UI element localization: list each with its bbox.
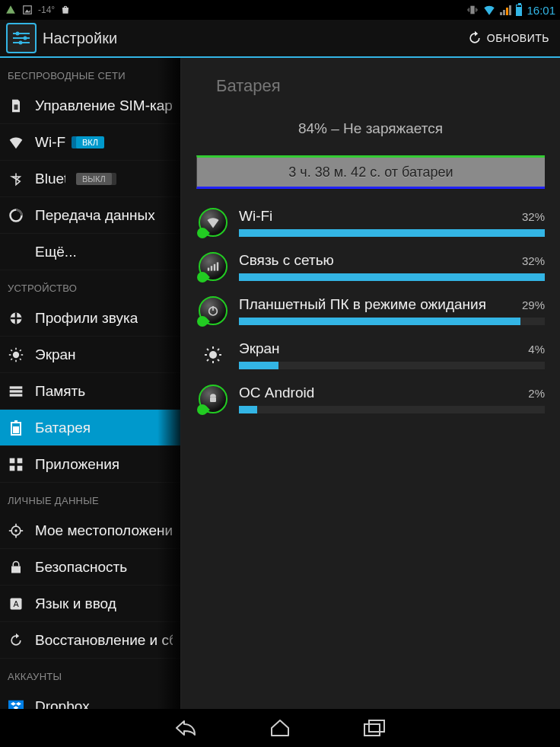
svg-rect-38 <box>11 566 21 573</box>
usage-percent: 2% <box>528 387 545 400</box>
svg-point-33 <box>14 529 17 532</box>
svg-rect-10 <box>14 104 18 110</box>
sidebar-item-wifi[interactable]: Wi-Fi ВКЛ <box>0 124 180 161</box>
display-icon <box>8 346 24 363</box>
chart-caption: 3 ч. 38 м. 42 с. от батареи <box>288 164 453 180</box>
svg-rect-61 <box>369 720 384 732</box>
home-button[interactable] <box>267 717 293 739</box>
app-notif-icon <box>5 4 17 16</box>
storage-icon <box>8 383 24 400</box>
usage-bar <box>239 406 545 413</box>
cell-ring-icon <box>198 251 228 282</box>
usage-bar <box>239 273 545 281</box>
settings-sidebar: БЕСПРОВОДНЫЕ СЕТИ Управление SIM-картами… <box>0 58 181 709</box>
system-nav-bar <box>0 709 560 747</box>
wifi-status-icon <box>483 4 495 16</box>
sidebar-section-wireless: БЕСПРОВОДНЫЕ СЕТИ <box>0 58 180 88</box>
svg-rect-1 <box>24 6 32 14</box>
sidebar-item-dropbox[interactable]: Dropbox <box>0 688 180 709</box>
sidebar-item-apps[interactable]: Приложения <box>0 446 180 483</box>
power-ring-icon <box>198 295 228 326</box>
svg-rect-29 <box>18 458 23 463</box>
svg-line-20 <box>11 359 12 360</box>
sidebar-item-label: Профили звука <box>35 310 138 327</box>
svg-point-13 <box>13 351 19 357</box>
sidebar-item-data-usage[interactable]: Передача данных <box>0 197 180 234</box>
sidebar-item-more[interactable]: Ещё... <box>0 234 180 270</box>
usage-bar <box>239 229 545 237</box>
sidebar-section-personal: ЛИЧНЫЕ ДАННЫЕ <box>0 483 180 512</box>
sidebar-section-accounts: АККАУНТЫ <box>0 659 180 688</box>
sidebar-item-location[interactable]: Мое местоположение <box>0 512 180 549</box>
sidebar-item-storage[interactable]: Память <box>0 373 180 410</box>
usage-bar-fill <box>239 273 545 281</box>
battery-history-chart[interactable]: 3 ч. 38 м. 42 с. от батареи <box>196 155 545 189</box>
usage-row[interactable]: Экран 4% <box>198 334 545 373</box>
settings-app-icon[interactable] <box>6 23 37 53</box>
usage-row[interactable]: Wi-Fi 32% <box>198 201 545 241</box>
battery-summary: 84% – Не заряжается <box>181 114 560 155</box>
battery-panel: Батарея 84% – Не заряжается 3 ч. 38 м. 4… <box>181 58 560 709</box>
wifi-toggle[interactable]: ВКЛ <box>76 136 104 148</box>
refresh-label: ОБНОВИТЬ <box>487 32 549 44</box>
action-bar-title: Настройки <box>43 30 117 47</box>
svg-line-21 <box>20 350 21 351</box>
shop-notif-icon <box>59 4 72 16</box>
action-bar: Настройки ОБНОВИТЬ <box>0 20 560 58</box>
usage-row[interactable]: ОС Android 2% <box>198 378 545 417</box>
usage-percent: 32% <box>522 254 545 267</box>
apps-icon <box>8 456 24 473</box>
sidebar-item-backup[interactable]: Восстановление и сброс <box>0 622 180 659</box>
svg-rect-57 <box>210 397 216 402</box>
sidebar-item-label: Dropbox <box>35 698 90 710</box>
sidebar-item-sim[interactable]: Управление SIM-картами <box>0 88 180 124</box>
back-button[interactable] <box>173 717 199 739</box>
usage-bar-fill <box>239 362 278 369</box>
sidebar-item-language[interactable]: A Язык и ввод <box>0 586 180 622</box>
sidebar-item-sound[interactable]: Профили звука <box>0 300 180 337</box>
refresh-button[interactable]: ОБНОВИТЬ <box>457 20 560 56</box>
svg-rect-28 <box>10 458 15 463</box>
svg-line-19 <box>20 359 21 360</box>
sidebar-item-battery[interactable]: Батарея <box>0 410 180 446</box>
usage-bar-fill <box>239 406 257 413</box>
svg-marker-2 <box>25 9 30 12</box>
usage-percent: 29% <box>522 298 545 311</box>
dropbox-icon <box>8 698 24 710</box>
brightness-icon <box>198 340 228 370</box>
sidebar-item-label: Мое местоположение <box>35 522 173 539</box>
sidebar-item-label: Язык и ввод <box>35 595 116 612</box>
data-usage-icon <box>8 207 24 224</box>
svg-rect-31 <box>18 465 23 471</box>
sidebar-item-label: Ещё... <box>35 244 77 260</box>
wifi-ring-icon <box>198 207 228 238</box>
sim-icon <box>8 97 24 114</box>
image-notif-icon <box>21 4 33 16</box>
svg-point-48 <box>209 351 217 359</box>
svg-point-9 <box>19 41 23 45</box>
usage-label: ОС Android <box>239 385 314 401</box>
sidebar-item-display[interactable]: Экран <box>0 337 180 373</box>
android-ring-icon <box>198 384 228 414</box>
lock-icon <box>8 559 24 576</box>
svg-rect-45 <box>217 262 218 270</box>
usage-row[interactable]: Планшетный ПК в режиме ожидания 29% <box>198 289 545 329</box>
recent-apps-button[interactable] <box>361 717 387 739</box>
svg-marker-0 <box>6 5 15 14</box>
sidebar-item-label: Память <box>35 383 85 400</box>
svg-rect-43 <box>211 266 212 270</box>
status-temperature: -14° <box>38 5 55 15</box>
sidebar-item-bluetooth[interactable]: Bluetooth ВЫКЛ <box>0 161 180 197</box>
usage-row[interactable]: Связь с сетью 32% <box>198 245 545 285</box>
bluetooth-toggle[interactable]: ВЫКЛ <box>76 173 112 185</box>
svg-line-18 <box>11 350 12 351</box>
sidebar-item-label: Передача данных <box>35 207 155 224</box>
sidebar-item-label: Управление SIM-картами <box>35 97 173 114</box>
usage-percent: 4% <box>528 343 545 356</box>
bluetooth-icon <box>8 171 24 187</box>
usage-bar-fill <box>239 229 545 237</box>
sidebar-item-label: Bluetooth <box>35 171 65 187</box>
sidebar-item-security[interactable]: Безопасность <box>0 549 180 586</box>
backup-icon <box>8 632 24 649</box>
usage-label: Экран <box>239 340 280 357</box>
